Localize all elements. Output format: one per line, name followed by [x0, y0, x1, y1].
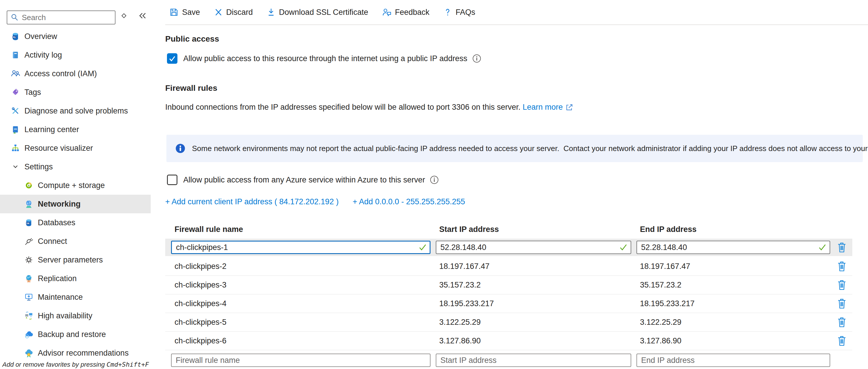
sidebar-item-label: Databases: [38, 218, 75, 227]
gear-icon: [24, 255, 34, 265]
public-access-checkbox-label: Allow public access to this resource thr…: [183, 54, 467, 63]
svg-text:$: $: [28, 184, 30, 187]
backup-cloud-icon: [24, 330, 34, 339]
mysql-server-icon: My: [10, 31, 20, 41]
info-icon[interactable]: [472, 54, 482, 63]
feedback-label: Feedback: [395, 8, 430, 17]
save-icon: [169, 7, 179, 17]
delete-rule-button[interactable]: [835, 241, 848, 254]
rule-name-input[interactable]: [171, 241, 431, 254]
new-rule-name-input[interactable]: [171, 353, 431, 367]
sidebar-item-activity-log[interactable]: Activity log: [0, 46, 151, 64]
question-mark-icon: [443, 8, 452, 17]
sidebar-item-tags[interactable]: Tags: [0, 83, 151, 101]
search-input[interactable]: [22, 13, 109, 22]
sidebar-item-diagnose[interactable]: Diagnose and solve problems: [0, 101, 151, 120]
sidebar-item-label: Replication: [38, 274, 77, 283]
delete-rule-button[interactable]: [835, 315, 848, 329]
sidebar-item-label: Settings: [25, 162, 53, 172]
collapse-sidebar-icon[interactable]: [134, 8, 150, 23]
sidebar-item-label: Tags: [25, 88, 41, 97]
sidebar-item-networking[interactable]: Networking: [0, 195, 151, 213]
add-all-ips-link[interactable]: + Add 0.0.0.0 - 255.255.255.255: [352, 197, 465, 206]
sidebar-item-databases[interactable]: DB Databases: [0, 213, 151, 232]
download-ssl-button[interactable]: Download SSL Certificate: [267, 8, 368, 17]
trash-icon: [837, 317, 847, 328]
sidebar-item-server-parameters[interactable]: Server parameters: [0, 251, 151, 269]
info-filled-icon: [175, 143, 186, 154]
table-row: ch-clickpipes-2 18.197.167.47 18.197.167…: [165, 257, 852, 276]
rule-rows: ch-clickpipes-2 18.197.167.47 18.197.167…: [165, 257, 852, 350]
delete-rule-button[interactable]: [835, 334, 848, 347]
rule-end-ip: 35.157.23.2: [637, 280, 835, 289]
azure-services-checkbox[interactable]: [167, 175, 178, 185]
firewall-description: Inbound connections from the IP addresse…: [165, 103, 574, 112]
end-ip-input[interactable]: [637, 241, 830, 254]
chevron-down-icon: [10, 162, 20, 172]
delete-rule-button[interactable]: [835, 278, 848, 291]
faqs-button[interactable]: FAQs: [443, 8, 475, 17]
svg-text:DB: DB: [27, 222, 29, 224]
column-header-end-ip: End IP address: [637, 225, 835, 234]
rule-name: ch-clickpipes-4: [171, 299, 436, 308]
delete-rule-button[interactable]: [835, 297, 848, 310]
feedback-button[interactable]: Feedback: [382, 7, 430, 17]
sidebar-item-settings[interactable]: Settings: [0, 157, 151, 176]
new-end-ip-input[interactable]: [637, 353, 830, 367]
public-access-checkbox[interactable]: [167, 53, 178, 64]
sidebar-item-advisor[interactable]: Advisor recommendations: [0, 344, 151, 362]
sidebar-item-access-control[interactable]: Access control (IAM): [0, 64, 151, 83]
toolbar-divider: [165, 25, 868, 25]
add-client-ip-link[interactable]: + Add current client IP address ( 84.172…: [165, 197, 339, 206]
sidebar-search-row: [0, 0, 158, 28]
info-banner: Some network environments may not report…: [166, 135, 863, 162]
rule-end-ip: 18.197.167.47: [637, 262, 835, 271]
rule-end-ip: 3.127.86.90: [637, 336, 835, 345]
sidebar-item-maintenance[interactable]: Maintenance: [0, 288, 151, 306]
sidebar-item-replication[interactable]: Replication: [0, 269, 151, 288]
sidebar-item-connect[interactable]: Connect: [0, 232, 151, 251]
trash-icon: [837, 242, 847, 253]
sidebar-item-label: Access control (IAM): [25, 69, 97, 78]
save-button[interactable]: Save: [169, 7, 200, 17]
sidebar-item-learning-center[interactable]: 101 Learning center: [0, 120, 151, 139]
sidebar-item-resource-visualizer[interactable]: Resource visualizer: [0, 139, 151, 157]
sidebar-item-label: High availability: [38, 311, 93, 320]
new-start-ip-input[interactable]: [436, 353, 631, 367]
sidebar-item-overview[interactable]: My Overview: [0, 27, 151, 46]
info-icon[interactable]: [430, 175, 439, 185]
sidebar-item-label: Diagnose and solve problems: [25, 106, 128, 116]
sidebar: My Overview Activity log Access control …: [0, 0, 158, 369]
search-icon: [10, 13, 19, 22]
favorites-note: Add or remove favorites by pressing Cmd+…: [2, 361, 149, 368]
sidebar-item-label: Server parameters: [38, 255, 103, 265]
trash-icon: [837, 261, 847, 272]
maintenance-monitor-icon: [24, 292, 34, 302]
sidebar-item-high-availability[interactable]: High availability: [0, 306, 151, 325]
sidebar-item-label: Backup and restore: [38, 330, 106, 339]
svg-text:101: 101: [14, 128, 17, 130]
save-label: Save: [182, 8, 200, 17]
advisor-medal-icon: [24, 348, 34, 358]
trash-icon: [837, 335, 847, 346]
faqs-label: FAQs: [456, 8, 475, 17]
main-content: Save Discard Download SSL Certificate Fe…: [165, 0, 868, 369]
manage-view-diamond-icon[interactable]: [116, 8, 131, 23]
plug-icon: [24, 236, 34, 246]
rule-start-ip: 35.157.23.2: [436, 280, 637, 289]
learn-more-link[interactable]: Learn more: [523, 103, 563, 112]
delete-rule-button[interactable]: [835, 259, 848, 273]
database-icon: DB: [24, 218, 34, 227]
sidebar-item-backup-restore[interactable]: Backup and restore: [0, 325, 151, 344]
rule-name: ch-clickpipes-5: [171, 318, 436, 327]
new-start-ip-wrap: [436, 353, 631, 367]
discard-label: Discard: [226, 8, 253, 17]
discard-x-icon: [214, 8, 223, 17]
new-rule-name-wrap: [171, 353, 431, 367]
sidebar-item-label: Connect: [38, 237, 67, 246]
table-row: ch-clickpipes-6 3.127.86.90 3.127.86.90: [165, 332, 852, 350]
sidebar-item-compute-storage[interactable]: $ Compute + storage: [0, 176, 151, 195]
activity-log-icon: [10, 50, 20, 60]
start-ip-input[interactable]: [436, 241, 631, 254]
discard-button[interactable]: Discard: [214, 8, 253, 17]
